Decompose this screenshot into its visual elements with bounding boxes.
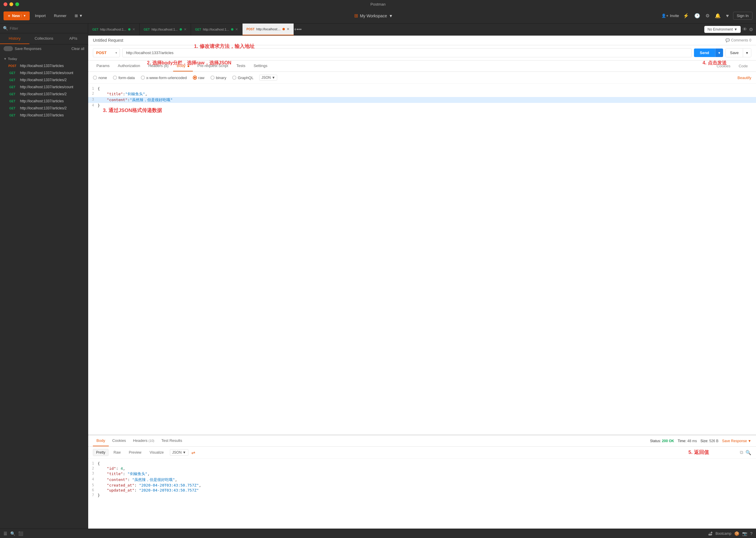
tab-item[interactable]: GET http://localhost:1... ✕ xyxy=(140,24,191,35)
capture-icon[interactable]: 📷 xyxy=(742,531,747,536)
lightning-icon[interactable]: ⚡ xyxy=(682,12,690,20)
eye-icon[interactable]: 👁 xyxy=(742,27,747,32)
sidebar-tab-history[interactable]: History xyxy=(0,33,29,44)
radio-urlencoded[interactable]: x-www-form-urlencoded xyxy=(141,76,187,80)
request-code-editor[interactable]: 1 { 2 "title":"剑椒鱼头", 3 "content":"虽然辣，但… xyxy=(88,84,756,142)
method-select[interactable]: POST GET PUT DELETE PATCH xyxy=(93,48,120,57)
search-bottom-icon[interactable]: 🔍 xyxy=(10,531,15,536)
sidebar-tab-collections[interactable]: Collections xyxy=(29,33,59,44)
list-item[interactable]: GET http://localhost:1337/articles xyxy=(4,112,84,119)
tab-item-active[interactable]: POST http://localhost:... ✕ xyxy=(242,24,294,35)
new-tab-button[interactable]: + xyxy=(294,27,297,32)
radio-binary[interactable]: binary xyxy=(211,76,226,80)
tab-close-icon[interactable]: ✕ xyxy=(132,27,135,31)
tab-authorization[interactable]: Authorization xyxy=(114,61,144,72)
invite-button[interactable]: 👤+ Invite xyxy=(661,14,679,18)
tabs-env-bar: GET http://localhost:1... ✕ GET http://l… xyxy=(88,24,756,35)
heart-icon[interactable]: ♥ xyxy=(725,12,730,20)
radio-raw[interactable]: raw xyxy=(193,76,205,80)
tab-item[interactable]: GET http://localhost:1... ✕ xyxy=(88,24,140,35)
radio-graphql[interactable]: GraphQL xyxy=(232,76,253,80)
response-tab-test-results[interactable]: Test Results xyxy=(158,435,186,446)
notification-icon[interactable]: 🔔 xyxy=(714,12,722,20)
sidebar-toggle-icon[interactable]: ☰ xyxy=(4,531,7,536)
response-tab-headers[interactable]: Headers (10) xyxy=(129,435,158,446)
copy-button[interactable]: ⧉ xyxy=(740,450,743,456)
history-icon[interactable]: 🕐 xyxy=(693,12,701,20)
env-selector[interactable]: No Environment ▼ xyxy=(704,26,741,33)
layout-button[interactable]: ⊞ ▼ xyxy=(72,12,85,20)
tab-method: GET xyxy=(92,28,98,31)
send-dropdown-button[interactable]: ▼ xyxy=(715,48,723,57)
console-icon[interactable]: ⬛ xyxy=(18,531,23,536)
resp-line: 7 } xyxy=(88,493,756,498)
sidebar: 🔍 History Collections APIs Save Response… xyxy=(0,24,88,529)
list-item[interactable]: GET http://localhost:1337/articles/count xyxy=(4,83,84,90)
list-item[interactable]: GET http://localhost:1337/articles xyxy=(4,98,84,105)
send-button[interactable]: Send xyxy=(694,48,715,57)
minimize-button[interactable] xyxy=(9,2,13,6)
close-button[interactable] xyxy=(4,2,7,6)
sidebar-tab-apis[interactable]: APIs xyxy=(59,33,88,44)
settings-icon[interactable]: ⚙ xyxy=(704,12,711,20)
tab-dot xyxy=(128,28,130,30)
sign-in-button[interactable]: Sign In xyxy=(733,12,752,20)
save-dropdown-button[interactable]: ▼ xyxy=(743,48,751,57)
new-button[interactable]: ＋ New ▼ xyxy=(4,12,30,20)
new-dropdown-arrow[interactable]: ▼ xyxy=(21,14,26,17)
runner-button[interactable]: Runner xyxy=(51,12,69,20)
beautify-button[interactable]: Beautify xyxy=(737,76,751,80)
search-response-button[interactable]: 🔍 xyxy=(745,450,751,456)
sidebar-content: ▼ Today POST http://localhost:1337/artic… xyxy=(0,53,88,529)
method-badge: GET xyxy=(7,72,18,75)
bootcamp-icon[interactable]: 🏕 xyxy=(708,531,713,536)
radio-form-data[interactable]: form-data xyxy=(113,76,135,80)
response-format-select[interactable]: JSON ▼ xyxy=(170,449,188,456)
tab-body[interactable]: Body xyxy=(173,61,192,72)
search-input[interactable] xyxy=(10,26,85,30)
tab-tests[interactable]: Tests xyxy=(233,61,249,72)
list-item[interactable]: GET http://localhost:1337/articles/2 xyxy=(4,77,84,83)
save-response-button[interactable]: Save Response ▼ xyxy=(722,439,751,443)
history-section-title: ▼ Today xyxy=(4,57,84,61)
save-button[interactable]: Save xyxy=(726,48,743,57)
tab-close-icon[interactable]: ✕ xyxy=(286,27,289,31)
tab-pre-request[interactable]: Pre-request Script xyxy=(194,61,232,72)
list-item[interactable]: GET http://localhost:1337/articles/2 xyxy=(4,105,84,112)
cookies-button[interactable]: Cookies xyxy=(713,61,734,71)
clear-all-button[interactable]: Clear all xyxy=(72,47,84,51)
list-item[interactable]: GET http://localhost:1337/articles/2 xyxy=(4,90,84,98)
cookie-icon[interactable]: 🍪 xyxy=(734,531,739,536)
settings-env-icon[interactable]: ⚙ xyxy=(749,27,753,32)
json-format-dropdown[interactable]: JSON ▼ xyxy=(259,75,277,81)
response-tab-body[interactable]: Body xyxy=(93,435,109,446)
radio-none[interactable]: none xyxy=(93,76,107,80)
code-button[interactable]: Code xyxy=(735,61,751,71)
tab-more-button[interactable]: ••• xyxy=(297,27,302,32)
method-badge: GET xyxy=(7,85,18,89)
format-visualize-button[interactable]: Visualize xyxy=(146,449,167,456)
help-icon[interactable]: ? xyxy=(750,531,752,536)
list-item[interactable]: POST http://localhost:1337/articles xyxy=(4,62,84,69)
format-pretty-button[interactable]: Pretty xyxy=(93,449,109,456)
wrap-button[interactable]: ⇌ xyxy=(191,450,195,456)
import-button[interactable]: Import xyxy=(32,12,49,20)
format-raw-button[interactable]: Raw xyxy=(110,449,124,456)
tab-settings[interactable]: Settings xyxy=(250,61,271,72)
save-responses-toggle[interactable] xyxy=(4,46,13,51)
response-status: Status: 200 OK Time: 48 ms Size: 526 B S… xyxy=(650,439,751,443)
workspace-button[interactable]: ⊞ My Workspace ▼ xyxy=(354,13,393,19)
tab-dot xyxy=(282,28,285,30)
comments-button[interactable]: 💬 Comments 0 xyxy=(726,38,751,42)
tab-item[interactable]: GET http://localhost:1... ✕ xyxy=(191,24,242,35)
tab-close-icon[interactable]: ✕ xyxy=(235,27,238,31)
tab-url: http://localhost:1... xyxy=(151,27,177,31)
url-input[interactable] xyxy=(122,48,692,57)
tab-close-icon[interactable]: ✕ xyxy=(184,27,187,31)
response-tab-cookies[interactable]: Cookies xyxy=(109,435,129,446)
tab-params[interactable]: Params xyxy=(93,61,113,72)
tab-headers[interactable]: Headers (8) xyxy=(145,61,172,72)
list-item[interactable]: GET http://localhost:1337/articles/count xyxy=(4,69,84,77)
format-preview-button[interactable]: Preview xyxy=(126,449,145,456)
maximize-button[interactable] xyxy=(15,2,19,6)
